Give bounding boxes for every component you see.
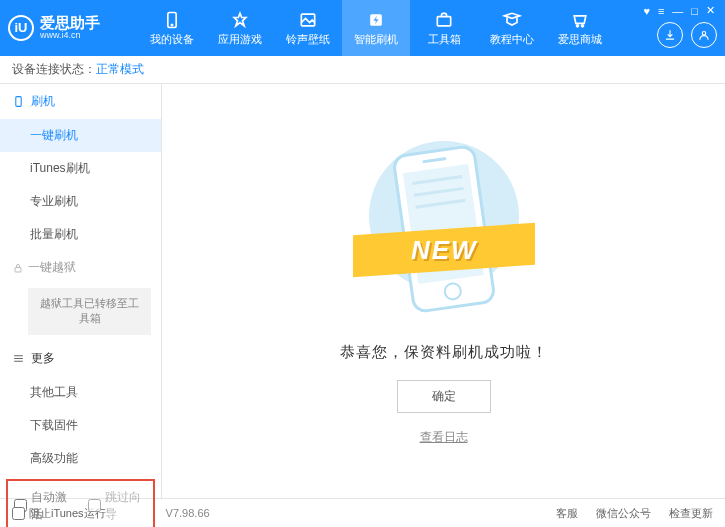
book-icon <box>502 10 522 30</box>
nav-label: 我的设备 <box>150 32 194 47</box>
section-label: 更多 <box>31 350 55 367</box>
footer-update-link[interactable]: 检查更新 <box>669 506 713 521</box>
user-button[interactable] <box>691 22 717 48</box>
nav-tutorials[interactable]: 教程中心 <box>478 0 546 56</box>
sidebar-item-pro-flash[interactable]: 专业刷机 <box>0 185 161 218</box>
sidebar: 刷机 一键刷机 iTunes刷机 专业刷机 批量刷机 一键越狱 越狱工具已转移至… <box>0 84 162 498</box>
nav-label: 爱思商城 <box>558 32 602 47</box>
success-message: 恭喜您，保资料刷机成功啦！ <box>340 343 548 362</box>
download-icon <box>663 28 677 42</box>
nav-label: 智能刷机 <box>354 32 398 47</box>
version-label: V7.98.66 <box>166 507 210 519</box>
status-bar: 设备连接状态： 正常模式 <box>0 56 725 84</box>
svg-point-1 <box>171 24 172 25</box>
phone-icon <box>162 10 182 30</box>
nav-tabs: 我的设备 应用游戏 铃声壁纸 智能刷机 工具箱 教程中心 爱思商城 <box>138 0 614 56</box>
sidebar-item-other-tools[interactable]: 其他工具 <box>0 376 161 409</box>
nav-label: 铃声壁纸 <box>286 32 330 47</box>
svg-point-6 <box>582 24 584 26</box>
svg-rect-8 <box>16 97 21 107</box>
svg-point-7 <box>702 32 706 36</box>
close-icon[interactable]: ✕ <box>706 4 715 17</box>
nav-my-device[interactable]: 我的设备 <box>138 0 206 56</box>
nav-toolbox[interactable]: 工具箱 <box>410 0 478 56</box>
sidebar-jailbreak-note[interactable]: 越狱工具已转移至工具箱 <box>28 288 151 335</box>
nav-ringtones[interactable]: 铃声壁纸 <box>274 0 342 56</box>
sidebar-section-jailbreak[interactable]: 一键越狱 <box>0 251 161 284</box>
sidebar-item-onekey-flash[interactable]: 一键刷机 <box>0 119 161 152</box>
toolbox-icon <box>434 10 454 30</box>
nav-label: 教程中心 <box>490 32 534 47</box>
section-label: 一键越狱 <box>28 259 76 276</box>
svg-rect-9 <box>15 267 21 272</box>
sidebar-section-more[interactable]: 更多 <box>0 341 161 376</box>
view-log-link[interactable]: 查看日志 <box>420 429 468 446</box>
sidebar-item-batch-flash[interactable]: 批量刷机 <box>0 218 161 251</box>
skip-guide-option[interactable]: 跳过向导 <box>88 489 148 523</box>
sidebar-section-flash[interactable]: 刷机 <box>0 84 161 119</box>
status-prefix: 设备连接状态： <box>12 61 96 78</box>
app-url: www.i4.cn <box>40 31 100 41</box>
sidebar-item-itunes-flash[interactable]: iTunes刷机 <box>0 152 161 185</box>
svg-point-5 <box>577 24 579 26</box>
skip-guide-checkbox[interactable] <box>88 499 101 512</box>
option-label: 跳过向导 <box>105 489 148 523</box>
menu-icon[interactable]: ♥ <box>643 5 650 17</box>
lock-icon <box>12 262 24 274</box>
list-icon <box>12 352 25 365</box>
sidebar-item-advanced[interactable]: 高级功能 <box>0 442 161 475</box>
app-title: 爱思助手 <box>40 15 100 32</box>
user-icon <box>697 28 711 42</box>
logo-icon: iU <box>8 15 34 41</box>
status-value: 正常模式 <box>96 61 144 78</box>
minimize-icon[interactable]: — <box>672 5 683 17</box>
success-illustration: NEW <box>359 137 529 327</box>
section-label: 刷机 <box>31 93 55 110</box>
nav-smart-flash[interactable]: 智能刷机 <box>342 0 410 56</box>
image-icon <box>298 10 318 30</box>
ok-button[interactable]: 确定 <box>397 380 491 413</box>
nav-label: 工具箱 <box>428 32 461 47</box>
footer-wechat-link[interactable]: 微信公众号 <box>596 506 651 521</box>
phone-outline-icon <box>12 95 25 108</box>
cart-icon <box>570 10 590 30</box>
svg-rect-4 <box>437 16 450 25</box>
header-right: ♥ ≡ — □ ✕ <box>657 8 717 48</box>
new-label: NEW <box>410 234 477 265</box>
nav-apps-games[interactable]: 应用游戏 <box>206 0 274 56</box>
maximize-icon[interactable]: □ <box>691 5 698 17</box>
block-itunes-checkbox[interactable] <box>12 507 25 520</box>
logo-area: iU 爱思助手 www.i4.cn <box>8 15 128 41</box>
flash-icon <box>366 10 386 30</box>
sidebar-item-download-firmware[interactable]: 下载固件 <box>0 409 161 442</box>
main-content: NEW 恭喜您，保资料刷机成功啦！ 确定 查看日志 <box>162 84 725 498</box>
app-header: iU 爱思助手 www.i4.cn 我的设备 应用游戏 铃声壁纸 智能刷机 工具… <box>0 0 725 56</box>
dropdown-icon[interactable]: ≡ <box>658 5 664 17</box>
download-button[interactable] <box>657 22 683 48</box>
window-controls: ♥ ≡ — □ ✕ <box>643 4 715 17</box>
footer-service-link[interactable]: 客服 <box>556 506 578 521</box>
apps-icon <box>230 10 250 30</box>
nav-store[interactable]: 爱思商城 <box>546 0 614 56</box>
nav-label: 应用游戏 <box>218 32 262 47</box>
